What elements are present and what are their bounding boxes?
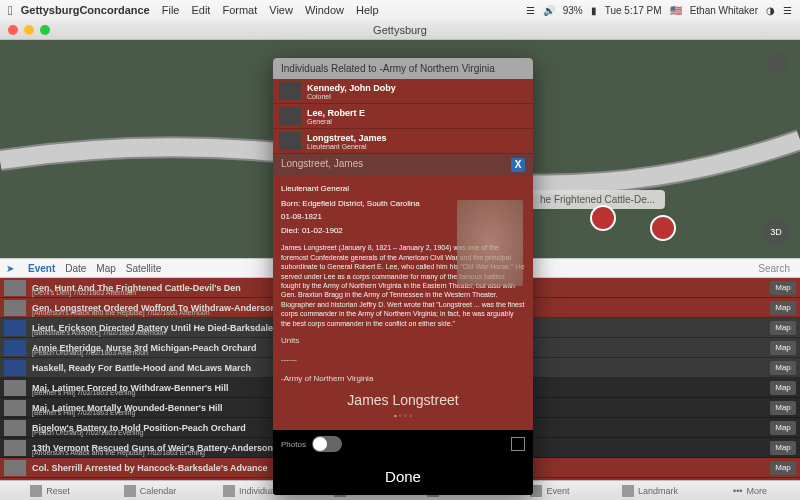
units-item: -Army of Northern Virginia — [281, 374, 525, 385]
individual-name: Kennedy, John Doby — [307, 83, 396, 93]
landmark-icon — [622, 485, 634, 497]
individual-thumb — [279, 107, 301, 125]
menu-view[interactable]: View — [269, 4, 293, 16]
menu-window[interactable]: Window — [305, 4, 344, 16]
event-title: Haskell, Ready For Battle-Hood and McLaw… — [32, 363, 251, 373]
more-icon: ••• — [733, 486, 742, 496]
event-thumb — [4, 460, 26, 476]
event-thumb — [4, 320, 26, 336]
event-thumb — [4, 440, 26, 456]
search-label[interactable]: Search — [758, 263, 790, 274]
apple-icon[interactable]:  — [8, 3, 13, 18]
event-subtitle: [Anderson's Attack and the Repulse] 7/02… — [32, 449, 205, 456]
event-subtitle: [Devil's Den] 7/02/1863 Afternoon — [32, 289, 136, 296]
flag-icon: 🇺🇸 — [670, 5, 682, 16]
person-icon — [223, 485, 235, 497]
photos-bar: Photos — [273, 430, 533, 458]
close-window-button[interactable] — [8, 25, 18, 35]
calendar-icon — [124, 485, 136, 497]
related-individual-item[interactable]: Lee, Robert EGeneral — [273, 104, 533, 129]
units-header: Units — [281, 336, 525, 347]
toolbar-reset[interactable]: Reset — [0, 485, 100, 497]
event-map-button[interactable]: Map — [770, 281, 796, 295]
event-map-button[interactable]: Map — [770, 421, 796, 435]
event-subtitle: [Barksdale's Advance] 7/02/1863 Afternoo… — [32, 329, 166, 336]
done-button[interactable]: Done — [273, 458, 533, 495]
volume-icon[interactable]: 🔊 — [543, 5, 555, 16]
individual-thumb — [279, 132, 301, 150]
event-subtitle: [Peach Orchard] 7/02/1863 Evening — [32, 429, 143, 436]
spotlight-icon[interactable]: ◑ — [766, 5, 775, 16]
clock[interactable]: Tue 5:17 PM — [605, 5, 662, 16]
menu-file[interactable]: File — [162, 4, 180, 16]
reset-icon — [30, 485, 42, 497]
share-icon[interactable] — [511, 437, 525, 451]
window-titlebar: Gettysburg — [0, 20, 800, 40]
toolbar-more[interactable]: •••More — [700, 486, 800, 496]
event-thumb — [4, 360, 26, 376]
event-map-button[interactable]: Map — [770, 401, 796, 415]
individual-rank: Lieutenant General — [307, 143, 387, 150]
individual-name-large: James Longstreet — [281, 391, 525, 410]
event-subtitle: [Benner's Hill] 7/02/1863 Evening — [32, 409, 135, 416]
menu-app[interactable]: GettysburgConcordance — [21, 4, 150, 16]
map-pin[interactable] — [650, 215, 676, 241]
tab-map[interactable]: Map — [96, 263, 115, 274]
selected-name: Longstreet, James — [281, 158, 363, 172]
battery-label: 93% — [563, 5, 583, 16]
user-name[interactable]: Ethan Whitaker — [690, 5, 758, 16]
minimize-window-button[interactable] — [24, 25, 34, 35]
menu-format[interactable]: Format — [222, 4, 257, 16]
location-icon[interactable]: ➤ — [6, 263, 18, 274]
individual-rank: Colonel — [307, 93, 396, 100]
toolbar-calendar[interactable]: Calendar — [100, 485, 200, 497]
individual-rank: General — [307, 118, 365, 125]
event-subtitle: [Benner's Hill] 7/02/1863 Evening — [32, 389, 135, 396]
traffic-lights — [8, 25, 50, 35]
wifi-icon[interactable]: ☰ — [526, 5, 535, 16]
event-map-button[interactable]: Map — [770, 441, 796, 455]
event-thumb — [4, 280, 26, 296]
compass-icon[interactable] — [766, 52, 788, 74]
zoom-window-button[interactable] — [40, 25, 50, 35]
battery-icon: ▮ — [591, 5, 597, 16]
event-map-button[interactable]: Map — [770, 301, 796, 315]
menu-edit[interactable]: Edit — [191, 4, 210, 16]
selected-individual-bar: Longstreet, James X — [273, 154, 533, 176]
event-map-button[interactable]: Map — [770, 361, 796, 375]
tab-satellite[interactable]: Satellite — [126, 263, 162, 274]
individual-detail-body: Lieutenant General Born: Edgefield Distr… — [273, 176, 533, 430]
individual-name: Lee, Robert E — [307, 108, 365, 118]
event-subtitle: [Anderson's Attack and the Repulse] 7/02… — [32, 309, 210, 316]
event-thumb — [4, 340, 26, 356]
popup-header: Individuals Related to -Army of Northern… — [273, 58, 533, 79]
event-map-button[interactable]: Map — [770, 381, 796, 395]
related-individual-item[interactable]: Longstreet, JamesLieutenant General — [273, 129, 533, 154]
photos-label: Photos — [281, 440, 306, 449]
individual-name: Longstreet, James — [307, 133, 387, 143]
toolbar-landmark[interactable]: Landmark — [600, 485, 700, 497]
map-pin[interactable] — [590, 205, 616, 231]
event-map-button[interactable]: Map — [770, 321, 796, 335]
notifications-icon[interactable]: ☰ — [783, 5, 792, 16]
photos-toggle[interactable] — [312, 436, 342, 452]
event-subtitle: [Peach Orchard] 7/02/1863 Afternoon — [32, 349, 148, 356]
rank-label: Lieutenant General — [281, 184, 525, 195]
event-map-button[interactable]: Map — [770, 461, 796, 475]
menubar:  GettysburgConcordance File Edit Format… — [0, 0, 800, 20]
units-divider: ------ — [281, 355, 525, 366]
portrait-image — [457, 200, 523, 286]
event-map-button[interactable]: Map — [770, 341, 796, 355]
individual-thumb — [279, 82, 301, 100]
page-dots: • ◦ ◦ ◦ — [281, 411, 525, 422]
map-3d-button[interactable]: 3D — [764, 220, 788, 244]
menu-help[interactable]: Help — [356, 4, 379, 16]
related-individual-item[interactable]: Kennedy, John DobyColonel — [273, 79, 533, 104]
individual-detail-popup: Individuals Related to -Army of Northern… — [273, 58, 533, 495]
tab-event[interactable]: Event — [28, 263, 55, 274]
window-title: Gettysburg — [373, 24, 427, 36]
close-button[interactable]: X — [511, 158, 525, 172]
event-thumb — [4, 400, 26, 416]
tab-date[interactable]: Date — [65, 263, 86, 274]
event-thumb — [4, 380, 26, 396]
